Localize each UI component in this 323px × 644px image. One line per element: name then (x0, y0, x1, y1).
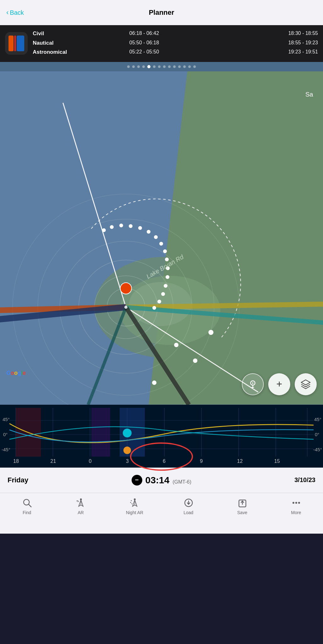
dot-7 (158, 65, 161, 68)
tab-load[interactable]: Load (162, 497, 215, 515)
timezone-label: (GMT-6) (173, 479, 191, 485)
svg-point-23 (110, 225, 114, 229)
tab-ar[interactable]: AR (54, 497, 108, 515)
svg-rect-3 (17, 36, 24, 51)
google-watermark: Google (6, 370, 26, 376)
svg-text:-45°: -45° (2, 447, 10, 452)
svg-point-90 (130, 502, 131, 503)
dot-1 (127, 65, 130, 68)
map-overlay-svg: Lake Bryan Rd Sa (0, 71, 323, 405)
svg-rect-1 (8, 36, 14, 51)
svg-point-88 (134, 498, 136, 500)
save-icon (237, 497, 248, 508)
twilight-astronomical-row: Astronomical 05:22 - 05:50 19:23 - 19:51 (33, 48, 318, 56)
tab-save[interactable]: Save (215, 497, 269, 515)
tab-more[interactable]: More (269, 497, 323, 515)
search-icon (22, 497, 32, 508)
night-ar-icon (129, 497, 140, 508)
tab-more-label: More (291, 510, 301, 515)
svg-point-86 (80, 498, 82, 500)
time-section: − 03:14 (GMT-6) (132, 475, 191, 486)
bottom-info-bar: Friday − 03:14 (GMT-6) 3/10/23 (0, 468, 323, 493)
svg-point-21 (120, 283, 132, 294)
twilight-civil-label: Civil (33, 30, 86, 38)
svg-point-91 (131, 503, 132, 504)
twilight-astronomical-label: Astronomical (33, 48, 86, 56)
map-controls: + (242, 373, 317, 395)
zoom-in-icon: + (276, 378, 282, 390)
svg-point-39 (174, 343, 178, 347)
svg-point-25 (129, 224, 133, 228)
svg-point-36 (157, 300, 161, 303)
svg-text:3: 3 (126, 458, 129, 464)
svg-point-37 (152, 306, 156, 310)
dot-14 (193, 65, 196, 68)
svg-point-30 (163, 249, 167, 253)
layers-icon (300, 379, 311, 390)
svg-line-84 (29, 504, 31, 507)
svg-text:12: 12 (237, 458, 243, 464)
timeline-section[interactable]: 45° 0° -45° 45° 0° -45° 18 21 0 3 6 9 12… (0, 405, 323, 468)
minus-icon: − (135, 476, 139, 484)
page-dots (0, 62, 323, 71)
svg-text:Sa: Sa (305, 91, 313, 98)
svg-point-95 (295, 502, 297, 504)
svg-point-29 (159, 242, 163, 246)
twilight-icon-svg (5, 32, 27, 54)
tab-save-label: Save (237, 510, 247, 515)
svg-point-26 (138, 226, 142, 230)
tab-find-label: Find (23, 510, 31, 515)
svg-point-94 (292, 502, 294, 504)
svg-line-13 (63, 103, 126, 307)
twilight-nautical-evening: 18:55 - 19:23 (202, 39, 318, 47)
zoom-in-button[interactable]: + (268, 373, 290, 395)
tab-load-label: Load (184, 510, 193, 515)
svg-rect-2 (14, 36, 16, 51)
map-container[interactable]: Lake Bryan Rd Sa Google + (0, 71, 323, 405)
svg-point-33 (166, 275, 169, 279)
svg-point-28 (154, 235, 158, 239)
svg-point-89 (131, 500, 132, 501)
twilight-bar: Civil 06:18 - 06:42 18:30 - 18:55 Nautic… (0, 25, 323, 62)
svg-point-42 (124, 306, 128, 309)
svg-text:15: 15 (274, 458, 280, 464)
svg-point-27 (147, 230, 150, 234)
twilight-civil-row: Civil 06:18 - 06:42 18:30 - 18:55 (33, 30, 318, 38)
svg-point-40 (193, 358, 197, 363)
dot-9 (168, 65, 171, 68)
dot-8 (163, 65, 166, 68)
svg-rect-65 (91, 408, 110, 457)
twilight-astronomical-morning: 05:22 - 05:50 (86, 48, 202, 56)
dot-5-active (147, 65, 150, 68)
timeline-chart: 45° 0° -45° 45° 0° -45° 18 21 0 3 6 9 12… (0, 405, 323, 468)
svg-point-24 (119, 224, 123, 227)
svg-text:9: 9 (200, 458, 203, 464)
pin-button[interactable] (242, 373, 264, 395)
load-icon (183, 497, 194, 508)
pin-icon (247, 379, 258, 390)
tab-find[interactable]: Find (0, 497, 54, 515)
twilight-astronomical-evening: 19:23 - 19:51 (202, 48, 318, 56)
dot-11 (178, 65, 181, 68)
svg-text:-45°: -45° (313, 447, 322, 452)
back-chevron-icon: ‹ (6, 8, 8, 17)
twilight-civil-morning: 06:18 - 06:42 (86, 30, 202, 38)
svg-text:0°: 0° (3, 432, 8, 437)
dot-4 (142, 65, 145, 68)
twilight-nautical-label: Nautical (33, 39, 86, 47)
layers-button[interactable] (295, 373, 317, 395)
svg-point-35 (161, 292, 165, 296)
tab-bar: Find AR Night AR Load (0, 493, 323, 534)
svg-point-68 (123, 447, 131, 454)
dot-12 (183, 65, 186, 68)
twilight-icon (5, 32, 28, 55)
tab-ar-label: AR (78, 510, 84, 515)
svg-text:6: 6 (163, 458, 166, 464)
svg-text:45°: 45° (314, 417, 321, 422)
dot-13 (188, 65, 191, 68)
more-icon (291, 497, 302, 508)
back-button[interactable]: ‹ Back (6, 8, 24, 17)
tab-night-ar[interactable]: Night AR (108, 497, 162, 515)
svg-point-96 (298, 502, 300, 504)
time-minus-button[interactable]: − (132, 475, 142, 486)
